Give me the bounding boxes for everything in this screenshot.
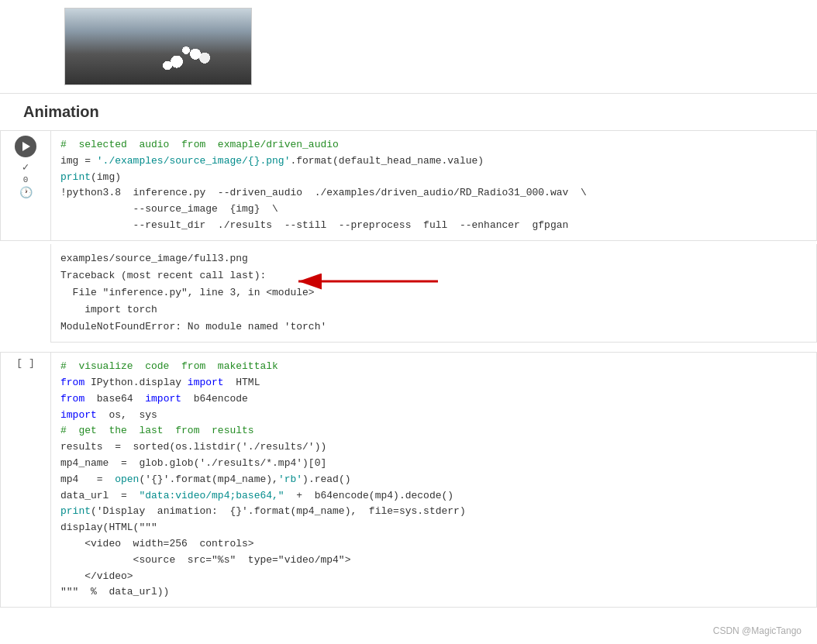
animation-heading: Animation	[0, 93, 817, 127]
cell2-wrapper: [ ] # visualize code from makeittalk fro…	[0, 352, 817, 608]
image-section	[0, 0, 817, 93]
code-line: # # selected audio from exmaple/driven_a…	[60, 137, 807, 153]
output-line: import torch	[60, 301, 807, 319]
cell1-code-content: # # selected audio from exmaple/driven_a…	[51, 131, 816, 240]
code-line: --result_dir ./results --still --preproc…	[60, 218, 807, 234]
cell1-gutter: ✓ 0 🕐	[1, 131, 51, 240]
cell2-gutter: [ ]	[1, 353, 51, 607]
code-line: mp4_name = glob.glob('./results/*.mp4')[…	[60, 456, 807, 472]
cell1-wrapper: ✓ 0 🕐 # # selected audio from exmaple/dr…	[0, 130, 817, 343]
output-wrapper: examples/source_image/full3.png Tracebac…	[0, 244, 817, 343]
output-line: ModuleNotFoundError: No module named 'to…	[60, 319, 807, 336]
comment: # # selected audio from exmaple/driven_a…	[60, 139, 339, 150]
page-container: Animation ✓ 0 🕐 # # selected audio from …	[0, 0, 817, 644]
code-line: </video>	[60, 569, 807, 585]
code-line: """ % data_url))	[60, 584, 807, 601]
code-line: img = './examples/source_image/{}.png'.f…	[60, 153, 807, 170]
code-line: # visualize code from makeittalk	[60, 359, 807, 375]
cell1-gutter-icons: ✓ 0 🕐	[19, 160, 33, 199]
code-line: --source_image {img} \	[60, 201, 807, 218]
output-line: examples/source_image/full3.png	[60, 250, 807, 267]
code-cell-1: ✓ 0 🕐 # # selected audio from exmaple/dr…	[0, 130, 817, 241]
output-line: File "inference.py", line 3, in <module>	[60, 284, 807, 301]
output-line: Traceback (most recent call last):	[60, 267, 807, 284]
clock-icon: 🕐	[19, 186, 33, 199]
code-line: !python3.8 inference.py --driven_audio .…	[60, 185, 807, 201]
code-line: print('Display animation: {}'.format(mp4…	[60, 504, 807, 520]
run-button-1[interactable]	[15, 136, 36, 157]
code-line: from base64 import b64encode	[60, 391, 807, 408]
notebook-image-inner	[65, 9, 251, 84]
code-cell-2: [ ] # visualize code from makeittalk fro…	[0, 352, 817, 608]
watermark: CSDN @MagicTango	[713, 625, 801, 636]
check-icon: ✓	[22, 160, 29, 174]
code-line: from IPython.display import HTML	[60, 375, 807, 391]
code-line: print(img)	[60, 170, 807, 186]
cell1-output: examples/source_image/full3.png Tracebac…	[50, 244, 817, 343]
notebook-image	[64, 8, 252, 85]
code-line: mp4 = open('{}'.format(mp4_name),'rb').r…	[60, 472, 807, 488]
code-line: <source src="%s" type="video/mp4">	[60, 553, 807, 569]
cell2-counter: [ ]	[16, 357, 34, 369]
zero-icon: 0	[23, 175, 29, 184]
code-line: <video width=256 controls>	[60, 536, 807, 553]
code-line: import os, sys	[60, 408, 807, 424]
code-line: results = sorted(os.listdir('./results/'…	[60, 439, 807, 456]
cell2-code-content: # visualize code from makeittalk from IP…	[51, 353, 816, 607]
code-line: display(HTML("""	[60, 520, 807, 536]
code-line: # get the last from results	[60, 423, 807, 439]
play-icon-1	[22, 142, 30, 151]
code-line: data_url = "data:video/mp4;base64," + b6…	[60, 488, 807, 505]
